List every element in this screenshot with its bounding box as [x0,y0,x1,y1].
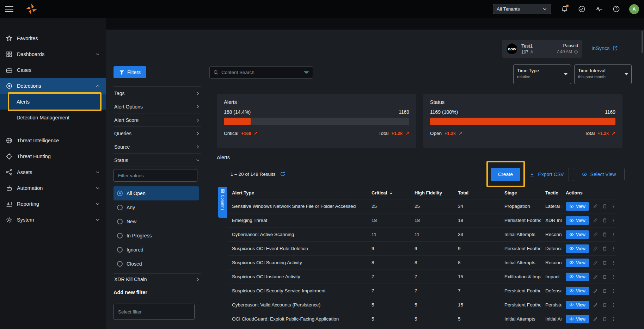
view-button[interactable]: View [566,202,589,211]
filter-group-alert-options[interactable]: Alert Options [114,100,201,113]
status-option-in-progress[interactable]: In Progress [114,229,199,243]
header-total[interactable]: Total [454,190,500,195]
cybereason-logo [24,2,39,17]
table-row[interactable]: Suspicious OCI Event Rule Deletion 9 9 9… [228,242,616,256]
edit-icon[interactable] [593,204,598,209]
delete-icon[interactable] [602,274,607,279]
sidebar-item-detections[interactable]: Detections [0,78,106,94]
status-option-all-open[interactable]: All Open [114,186,199,200]
avatar[interactable]: A [629,4,639,14]
header-stage[interactable]: Stage [500,190,541,195]
hamburger-menu-icon[interactable] [5,6,13,12]
tenant-selector[interactable]: All Tenants [493,4,551,14]
refresh-icon[interactable] [280,171,286,177]
edit-icon[interactable] [593,316,598,322]
filter-group-source[interactable]: Source [114,140,201,154]
status-option-new[interactable]: New [114,215,199,229]
table-row[interactable]: Suspicious OCI Scanning Activity 8 8 8 I… [228,256,616,270]
sidebar-item-cases[interactable]: Cases [0,62,106,78]
edit-icon[interactable] [593,218,598,223]
select-filter-input[interactable] [114,304,195,320]
view-button[interactable]: View [566,230,589,239]
filter-group-tags[interactable]: Tags [114,87,201,100]
header-alert-type[interactable]: Alert Type [228,190,367,195]
create-button[interactable]: Create [491,168,520,181]
delete-icon[interactable] [602,232,607,237]
delete-icon[interactable] [602,302,607,308]
view-button[interactable]: View [566,216,589,225]
view-button[interactable]: View [566,244,589,253]
edit-icon[interactable] [593,302,598,308]
sidebar-item-threat-hunting[interactable]: Threat Hunting [0,148,106,164]
filter-values-input[interactable] [114,169,197,182]
filter-group-status[interactable]: Status [114,154,201,167]
filter-group-alert-score[interactable]: Alert Score [114,113,201,127]
activity-pulse-icon[interactable] [595,5,603,13]
sidebar-item-reporting[interactable]: Reporting [0,196,106,212]
sidebar-item-assets[interactable]: Assets [0,164,106,180]
delete-icon[interactable] [602,204,607,209]
delete-icon[interactable] [602,288,607,293]
filter-group-xdr-kill-chain[interactable]: XDR Kill Chain [114,273,201,285]
more-actions-icon[interactable] [611,204,616,209]
edit-icon[interactable] [593,260,598,265]
view-button[interactable]: View [566,259,589,267]
more-actions-icon[interactable] [611,260,616,265]
more-actions-icon[interactable] [611,218,616,223]
help-icon[interactable]: ? [612,5,620,13]
servicenow-widget[interactable]: now Test1 107 Paused 7:49 AM [502,40,582,58]
view-button[interactable]: View [566,315,589,323]
view-button[interactable]: View [566,287,589,295]
insyncs-link[interactable]: InSyncs [591,45,618,51]
sidebar-item-threat-intelligence[interactable]: Threat Intelligence [0,132,106,148]
sidebar-item-favorites[interactable]: Favorites [0,30,106,46]
filter-group-queries[interactable]: Queries [114,127,201,140]
sidebar-item-system[interactable]: System [0,212,106,228]
table-row[interactable]: Cybereason: Valid Accounts (Persistence)… [228,298,616,312]
content-search-input[interactable] [221,70,301,75]
table-row[interactable]: Emerging Threat 18 18 18 Persistent Foot… [228,213,616,228]
more-actions-icon[interactable] [611,274,616,279]
columns-tab[interactable]: Columns [218,187,227,218]
status-option-closed[interactable]: Closed [114,257,199,271]
header-high-fidelity[interactable]: High Fidelity [410,190,454,195]
header-critical[interactable]: Critical [367,190,410,195]
filters-button[interactable]: Filters [114,66,146,78]
delete-icon[interactable] [602,218,607,223]
edit-icon[interactable] [593,246,598,251]
sidebar-item-detection-management[interactable]: Detection Management [0,110,106,125]
time-interval-dropdown[interactable]: Time Interval this past month [574,64,632,84]
export-csv-button[interactable]: Export CSV [525,168,569,181]
delete-icon[interactable] [602,260,607,265]
integration-name-link[interactable]: Test1 [521,43,534,49]
table-row[interactable]: Suspicious OCI Security Service Impairme… [228,284,616,298]
edit-icon[interactable] [593,274,598,279]
status-option-ignored[interactable]: Ignored [114,243,199,257]
notifications-bell-icon[interactable] [560,5,569,13]
scrollbar-thumb[interactable] [642,31,643,53]
sidebar-item-alerts[interactable]: Alerts [0,94,106,110]
more-actions-icon[interactable] [611,303,616,308]
sidebar-item-dashboards[interactable]: Dashboards [0,46,106,62]
status-option-any[interactable]: Any [114,200,199,215]
edit-icon[interactable] [593,288,598,293]
table-row[interactable]: Sensitive Windows Network Share File or … [228,199,616,213]
table-row[interactable]: Suspicious OCI Instance Activity 7 7 15 … [228,270,616,284]
check-circle-icon[interactable] [577,5,586,13]
more-actions-icon[interactable] [611,288,616,293]
view-button[interactable]: View [566,273,589,281]
delete-icon[interactable] [602,316,607,322]
select-view-button[interactable]: Select View [573,168,625,181]
table-row[interactable]: OCI CloudGuard: Exploit Public-Facing Ap… [228,312,616,326]
more-actions-icon[interactable] [611,317,616,322]
view-button[interactable]: View [566,301,589,309]
time-type-dropdown[interactable]: Time Type relative [513,64,571,84]
sidebar-item-automation[interactable]: Automation [0,180,106,196]
table-row[interactable]: Cybereason: Active Scanning 11 11 33 Ini… [228,228,616,242]
more-actions-icon[interactable] [611,246,616,251]
edit-icon[interactable] [593,232,598,237]
header-tactic[interactable]: Tactic [541,190,562,195]
filter-sort-icon[interactable] [303,70,309,75]
delete-icon[interactable] [602,246,607,251]
more-actions-icon[interactable] [611,232,616,237]
